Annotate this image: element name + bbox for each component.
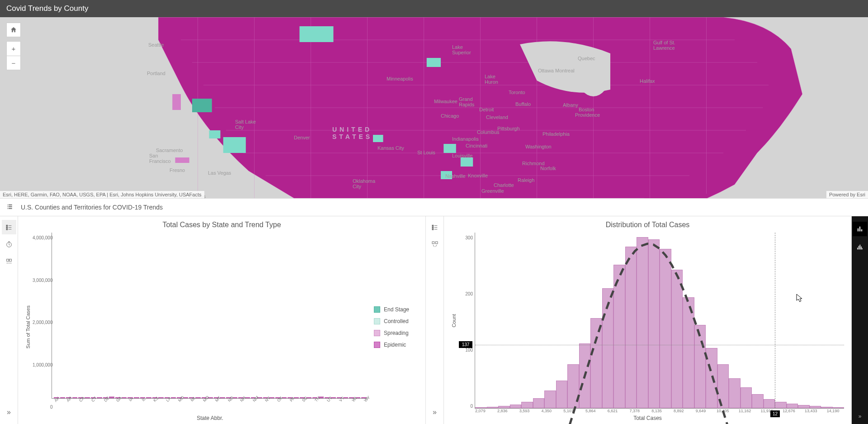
svg-rect-3 [209,130,221,138]
hist-bin[interactable] [637,237,648,408]
svg-rect-33 [859,227,861,232]
svg-rect-37 [859,245,860,250]
hist-y-ticks: 3002001000 [458,233,475,409]
panel-right: » Distribution of Total Cases Count 3002… [426,216,852,424]
settings-button[interactable] [2,254,16,269]
time-button[interactable] [2,237,16,252]
legend-item[interactable]: Spreading [374,330,418,336]
hist-bin[interactable] [613,265,625,408]
map-powered-by: Powered by Esri [826,191,868,198]
hist-bin[interactable] [556,381,568,408]
hist-bin[interactable] [660,249,671,408]
svg-rect-36 [859,246,859,249]
right-rail: » [852,216,868,424]
ref-x-badge: 12 [770,410,780,417]
svg-rect-11 [373,135,383,142]
legend-item[interactable]: End Stage [374,306,418,313]
hist-bin[interactable] [775,402,787,408]
layer-list-icon[interactable] [6,203,14,212]
map-attribution: Esri, HERE, Garmin, FAO, NOAA, USGS, EPA… [0,191,204,198]
chart-right-title: Distribution of Total Cases [451,221,844,229]
panel-right-sidebar: » [426,216,444,424]
x-ticks: AKARCACTDEGAIAILKSLAMDMIMOMTNDNHNMNYOKPA… [52,399,368,413]
dashboard: » Total Cases by State and Trend Type Su… [0,216,868,424]
bar-chart[interactable]: Sum of Total Cases 4,000,0003,000,0002,0… [25,233,368,421]
hist-bin[interactable] [833,407,844,408]
hist-bin[interactable] [752,394,764,408]
hist-bin[interactable] [521,402,533,408]
hist-bin[interactable] [498,406,510,408]
hist-bin[interactable] [694,325,706,408]
panel-left-sidebar: » [0,216,18,424]
svg-rect-23 [9,259,11,262]
hist-bin[interactable] [487,407,499,408]
hist-bin[interactable] [590,318,602,408]
hist-bin[interactable] [625,247,637,408]
histogram-chart[interactable]: Count 3002001000 137 12 [451,233,844,409]
legend-toggle-button[interactable] [2,220,16,234]
zoom-out-button[interactable]: − [6,56,21,70]
svg-point-14 [578,56,609,96]
panel-left: » Total Cases by State and Trend Type Su… [0,216,426,424]
app-title: Covid Trends by County [6,4,88,13]
svg-rect-6 [461,157,473,167]
hist-bin[interactable] [717,364,729,408]
hist-bin[interactable] [741,387,752,408]
hist-bin[interactable] [579,343,591,408]
svg-rect-24 [432,225,434,226]
svg-rect-28 [432,229,434,230]
svg-rect-1 [192,99,212,112]
bar-legend: End Stage Controlled Spreading Epidemic [368,233,418,421]
histogram-card-button[interactable] [853,240,867,254]
stats-button[interactable] [428,237,442,252]
svg-rect-35 [857,248,858,249]
hist-bin[interactable] [787,404,798,408]
us-choropleth [113,17,868,198]
chart-left-row: Sum of Total Cases 4,000,0003,000,0002,0… [25,233,418,421]
x-axis-label: State Abbr. [52,415,368,421]
layer-bar: U.S. Counties and Territories for COVID-… [0,198,868,216]
legend-item[interactable]: Controlled [374,318,418,324]
hist-bin[interactable] [475,407,487,408]
layer-name: U.S. Counties and Territories for COVID-… [21,204,163,211]
hist-bin[interactable] [544,391,556,408]
map-home-button[interactable] [6,23,21,37]
hist-bin[interactable] [671,270,683,408]
hist-bin[interactable] [648,239,660,408]
hist-bin[interactable] [821,407,833,408]
hist-bin[interactable] [810,406,821,408]
svg-rect-26 [432,227,434,228]
expand-sidebar-button[interactable]: » [428,405,442,419]
hist-x-label: Total Cases [451,415,844,421]
chart-right-row: Count 3002001000 137 12 [451,233,844,421]
svg-rect-7 [441,171,452,179]
expand-sidebar-button[interactable]: » [2,405,16,419]
svg-rect-0 [300,26,334,42]
home-icon [10,26,17,33]
ref-y-badge: 137 [459,341,472,348]
svg-rect-31 [435,242,438,244]
svg-rect-2 [223,137,246,153]
legend-toggle-button[interactable] [428,220,442,234]
hist-bin[interactable] [683,297,694,408]
hist-bin[interactable] [602,288,614,408]
hist-x-ticks: 2,0792,8363,5934,3505,1075,8646,6217,378… [451,409,844,413]
ref-line-h [475,345,844,345]
bar-chart-card-button[interactable] [853,222,867,236]
legend-item[interactable]: Epidemic [374,342,418,348]
hist-bin[interactable] [510,405,522,408]
hist-bin[interactable] [567,364,579,408]
zoom-in-button[interactable]: + [6,41,21,56]
hist-bin[interactable] [764,399,775,408]
map-view[interactable]: + − UNITEDST [0,17,868,198]
hist-bin[interactable] [706,348,717,408]
hist-bin[interactable] [798,405,810,408]
svg-rect-32 [858,229,859,232]
hist-bin[interactable] [729,378,741,408]
zoom-group: + − [6,41,21,70]
app-header: Covid Trends by County [0,0,868,17]
hist-bin[interactable] [533,398,545,408]
collapse-rail-button[interactable]: » [859,413,862,419]
svg-rect-30 [432,242,434,244]
svg-rect-5 [443,144,456,153]
